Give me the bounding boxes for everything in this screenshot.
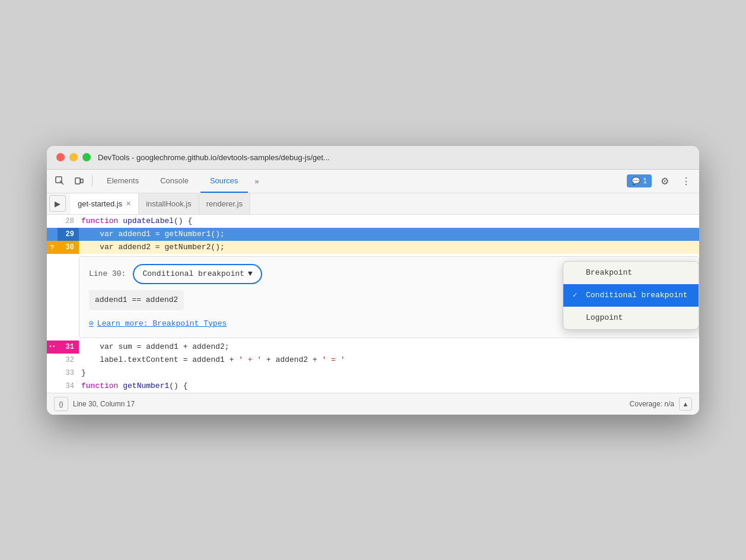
tab-console[interactable]: Console [151,170,198,193]
menu-item-breakpoint[interactable]: Breakpoint [563,262,699,284]
code-line-30: ? 30 var addend2 = getNumber2(); [47,241,699,254]
tab-sources[interactable]: Sources [200,170,248,193]
dropdown-arrow-icon: ▼ [248,268,253,281]
tab-more[interactable]: » [250,174,264,188]
code-content-33: } [79,367,86,380]
status-right: Coverage: n/a ▲ [630,397,692,411]
file-tab-install-hook[interactable]: installHook.js [139,193,199,214]
scroll-to-top-button[interactable]: ▲ [679,397,692,411]
learn-more-text: Learn more: Breakpoint Types [97,317,227,330]
code-line-34: 34 function getNumber1() { [47,380,699,393]
devtools-window: DevTools - googlechrome.github.io/devtoo… [47,146,699,415]
code-line-33: 33 } [47,367,699,380]
settings-button[interactable]: ⚙ [656,173,673,189]
file-tab-bar: ▶ get-started.js ✕ installHook.js render… [47,193,699,215]
menu-label-breakpoint: Breakpoint [586,266,632,279]
line-num-31: 31 [58,341,79,354]
tab-separator [92,175,93,187]
play-icon[interactable]: ▶ [49,195,66,212]
code-content-28: function updateLabel() { [79,215,192,228]
traffic-lights [56,153,91,161]
svg-rect-2 [81,179,83,183]
code-line-28: 28 function updateLabel() { [47,215,699,228]
code-content-31: var sum = addend1 + addend2; [79,341,229,354]
minimize-button[interactable] [69,153,78,161]
inspect-icon[interactable] [52,173,68,189]
maximize-button[interactable] [82,153,91,161]
breakpoint-gutter-31: •• [47,341,58,354]
cursor-position: Line 30, Column 17 [73,400,135,408]
close-button[interactable] [56,153,65,161]
code-line-29: 29 var addend1 = getNumber1(); [47,228,699,241]
code-line-32: 32 label.textContent = addend1 + ' + ' +… [47,354,699,367]
svg-rect-1 [75,178,80,184]
line-num-30: 30 [58,241,79,254]
close-tab-icon[interactable]: ✕ [126,200,131,208]
menu-label-logpoint: Logpoint [586,311,623,324]
status-left: {} Line 30, Column 17 [54,397,135,411]
code-content-30: var addend2 = getNumber2(); [79,241,225,254]
line-num-33: 33 [58,367,79,380]
main-tab-bar: Elements Console Sources » 💬 1 ⚙ ⋮ [47,170,699,193]
code-line-31: •• 31 var sum = addend1 + addend2; [47,341,699,354]
tab-elements[interactable]: Elements [97,170,148,193]
bp-dialog-container: Line 30: Conditional breakpoint ▼ addend… [47,256,699,338]
device-icon[interactable] [71,173,87,189]
bp-dropdown-text: Conditional breakpoint [142,268,244,281]
menu-check-conditional: ✓ [573,289,581,302]
menu-item-conditional[interactable]: ✓ Conditional breakpoint [563,284,699,307]
line-num-28: 28 [58,215,79,228]
menu-label-conditional: Conditional breakpoint [586,289,688,302]
breakpoint-gutter-30: ? [47,241,58,254]
notification-button[interactable]: 💬 1 [627,174,652,187]
bp-line-label: Line 30: [89,268,126,281]
notification-icon: 💬 [632,177,640,185]
code-content-34: function getNumber1() { [79,380,187,393]
code-content-29: var addend1 = getNumber1(); [79,228,225,241]
status-bar: {} Line 30, Column 17 Coverage: n/a ▲ [47,393,699,415]
learn-more-circle-icon: ⊙ [89,317,94,330]
breakpoint-type-menu: Breakpoint ✓ Conditional breakpoint Logp… [563,261,699,330]
coverage-status: Coverage: n/a [630,400,674,408]
code-content-32: label.textContent = addend1 + ' + ' + ad… [79,354,345,367]
more-options-button[interactable]: ⋮ [678,173,694,189]
menu-item-logpoint[interactable]: Logpoint [563,307,699,329]
title-bar: DevTools - googlechrome.github.io/devtoo… [47,146,699,170]
line-num-29: 29 [58,228,79,241]
file-tab-get-started[interactable]: get-started.js ✕ [71,193,139,214]
line-num-34: 34 [58,380,79,393]
tab-actions: 💬 1 ⚙ ⋮ [627,173,694,189]
file-tab-renderer[interactable]: renderer.js [199,193,250,214]
notification-count: 1 [643,177,647,185]
pretty-print-button[interactable]: {} [54,397,68,411]
window-title: DevTools - googlechrome.github.io/devtoo… [98,153,690,162]
bp-type-dropdown[interactable]: Conditional breakpoint ▼ [133,264,262,284]
file-tab-name: get-started.js [78,199,122,208]
line-num-32: 32 [58,354,79,367]
code-area: 28 function updateLabel() { 29 var adden… [47,215,699,393]
bp-condition-input[interactable]: addend1 == addend2 [89,290,184,310]
